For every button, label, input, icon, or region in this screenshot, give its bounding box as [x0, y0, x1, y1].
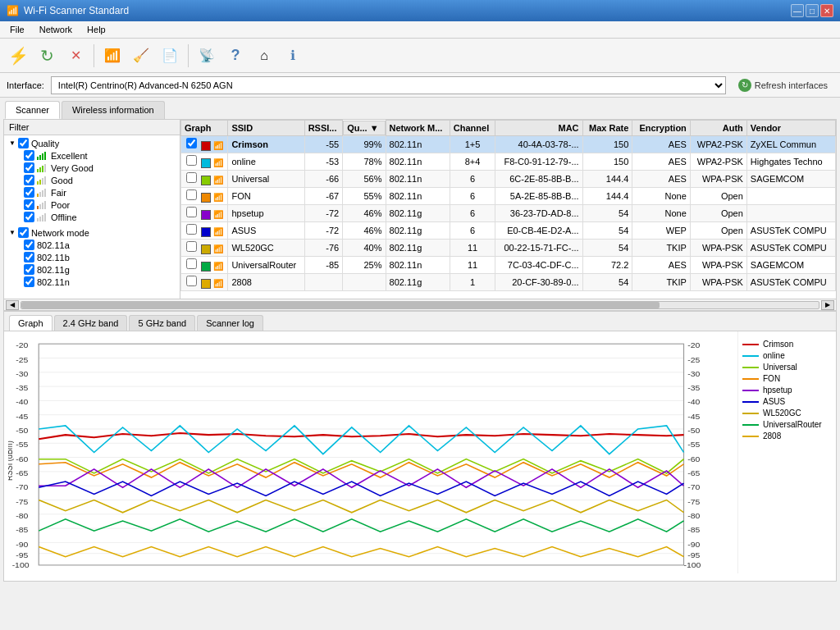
clear-button[interactable]: 🧹	[128, 43, 154, 69]
export-button[interactable]: 📄	[157, 43, 183, 69]
tab-scanner[interactable]: Scanner	[5, 101, 60, 119]
cell-ssid: Universal	[228, 170, 304, 187]
table-row[interactable]: 📶 2808 802.11g 1 20-CF-30-89-0... 54 TKI…	[181, 274, 836, 291]
cell-auth: WPA-PSK	[690, 170, 746, 187]
svg-text:-55: -55	[16, 441, 29, 449]
horizontal-scrollbar[interactable]	[21, 301, 819, 309]
tab-wireless-info[interactable]: Wireless information	[62, 101, 165, 119]
interface-select[interactable]: Intel(R) Centrino(R) Advanced-N 6250 AGN	[51, 76, 726, 94]
80211a-label: 802.11a	[37, 240, 70, 250]
col-encryption[interactable]: Encryption	[632, 121, 690, 136]
row-checkbox[interactable]	[186, 172, 197, 183]
graph-tab-graph[interactable]: Graph	[9, 315, 52, 331]
table-row[interactable]: 📶 hpsetup -72 46% 802.11g 6 36-23-7D-AD-…	[181, 204, 836, 221]
col-network[interactable]: Network M...	[386, 121, 450, 136]
svg-rect-7	[44, 164, 46, 172]
legend-color	[742, 367, 759, 368]
refresh-button[interactable]: ↻	[34, 43, 60, 69]
home-button[interactable]: ⌂	[251, 43, 277, 69]
menu-help[interactable]: Help	[80, 23, 112, 36]
svg-text:-100: -100	[12, 561, 30, 569]
table-row[interactable]: 📶 ASUS -72 46% 802.11g 6 E0-CB-4E-D2-A..…	[181, 221, 836, 239]
quality-expand-icon[interactable]: ▼	[9, 139, 16, 147]
cell-network: 802.11g	[386, 221, 450, 239]
svg-text:-25: -25	[16, 355, 29, 363]
antenna-button[interactable]: 📡	[194, 43, 220, 69]
network-group-header[interactable]: ▼ Network mode	[7, 226, 178, 239]
row-checkbox[interactable]	[186, 207, 197, 217]
80211b-checkbox[interactable]	[24, 252, 34, 262]
verygood-checkbox[interactable]	[24, 162, 34, 173]
cell-rssi: -72	[304, 221, 343, 239]
table-row[interactable]: 📶 Universal -66 56% 802.11n 6 6C-2E-85-8…	[181, 170, 836, 187]
maximize-button[interactable]: □	[806, 4, 819, 17]
info-button[interactable]: ℹ	[280, 43, 306, 69]
col-maxrate[interactable]: Max Rate	[582, 121, 632, 136]
80211n-checkbox[interactable]	[24, 276, 34, 287]
poor-checkbox[interactable]	[24, 199, 34, 210]
svg-text:-75: -75	[687, 497, 701, 505]
svg-text:-35: -35	[687, 384, 701, 392]
col-rssi[interactable]: RSSI...	[304, 121, 343, 136]
row-checkbox[interactable]	[186, 241, 197, 252]
help-button[interactable]: ?	[222, 43, 249, 69]
svg-text:-50: -50	[687, 427, 701, 435]
graph-tab-scannerlog[interactable]: Scanner log	[197, 315, 263, 331]
excellent-checkbox[interactable]	[24, 150, 34, 161]
offline-checkbox[interactable]	[24, 212, 34, 222]
network-type-icon: 📶	[213, 210, 223, 219]
fair-checkbox[interactable]	[24, 187, 34, 198]
quality-checkbox[interactable]	[18, 138, 29, 148]
row-checkbox[interactable]	[186, 138, 197, 148]
scan-button[interactable]: ⚡	[5, 43, 31, 69]
signal-button[interactable]: 📶	[99, 43, 126, 69]
quality-group-header[interactable]: ▼ Quality	[7, 137, 178, 149]
col-auth[interactable]: Auth	[690, 121, 746, 136]
table-row[interactable]: 📶 Crimson -55 99% 802.11n 1+5 40-4A-03-7…	[181, 135, 836, 153]
scrollbar-thumb[interactable]	[21, 302, 660, 308]
cell-network: 802.11n	[386, 257, 450, 274]
table-row[interactable]: 📶 FON -67 55% 802.11n 6 5A-2E-85-8B-B...…	[181, 187, 836, 204]
network-expand-icon[interactable]: ▼	[9, 229, 16, 236]
scroll-right-button[interactable]: ▶	[821, 300, 834, 310]
col-channel[interactable]: Channel	[450, 121, 495, 136]
row-checkbox[interactable]	[186, 276, 197, 286]
col-graph[interactable]: Graph	[181, 121, 228, 136]
cell-network: 802.11n	[386, 170, 450, 187]
cell-vendor: ASUSTeK COMPU	[746, 221, 835, 239]
table-row[interactable]: 📶 online -53 78% 802.11n 8+4 F8-C0-91-12…	[181, 153, 836, 170]
refresh-interfaces-button[interactable]: ↻ Refresh interfaces	[733, 76, 833, 94]
80211a-checkbox[interactable]	[24, 240, 34, 250]
close-button[interactable]: ✕	[820, 4, 833, 17]
graph-area: -20 -25 -30 -35 -40 -45 -50 -55 -60 -65 …	[4, 331, 737, 573]
network-color-box	[201, 141, 211, 151]
table-row[interactable]: 📶 UniversalRouter -85 25% 802.11n 11 7C-…	[181, 257, 836, 274]
graph-tab-5ghz[interactable]: 5 GHz band	[129, 315, 195, 331]
good-checkbox[interactable]	[24, 175, 34, 185]
legend-color	[742, 424, 759, 426]
col-ssid[interactable]: SSID	[228, 121, 304, 136]
80211g-checkbox[interactable]	[24, 264, 34, 275]
cell-auth: WPA2-PSK	[690, 135, 746, 153]
row-checkbox[interactable]	[186, 155, 197, 166]
menu-file[interactable]: File	[3, 23, 31, 36]
graph-tab-24ghz[interactable]: 2.4 GHz band	[54, 315, 128, 331]
row-checkbox[interactable]	[186, 224, 197, 235]
minimize-button[interactable]: —	[791, 4, 804, 17]
table-row[interactable]: 📶 WL520GC -76 40% 802.11g 11 00-22-15-71…	[181, 240, 836, 257]
quality-items: Excellent Very Good Good	[7, 149, 178, 223]
stop-button[interactable]: ✕	[62, 43, 89, 69]
cell-channel: 8+4	[450, 153, 495, 170]
svg-text:-40: -40	[687, 398, 701, 406]
col-quality[interactable]: Qu... ▼	[343, 121, 385, 135]
scroll-left-button[interactable]: ◀	[6, 300, 19, 310]
row-checkbox[interactable]	[186, 189, 197, 200]
menu-network[interactable]: Network	[33, 23, 79, 36]
network-group: ▼ Network mode 802.11a 802.11b	[7, 226, 178, 287]
legend-label: ASUS	[763, 397, 785, 406]
cell-encryption: AES	[632, 153, 690, 170]
col-vendor[interactable]: Vendor	[746, 121, 835, 136]
col-mac[interactable]: MAC	[495, 121, 582, 136]
row-checkbox[interactable]	[186, 258, 197, 269]
network-checkbox[interactable]	[18, 227, 29, 238]
